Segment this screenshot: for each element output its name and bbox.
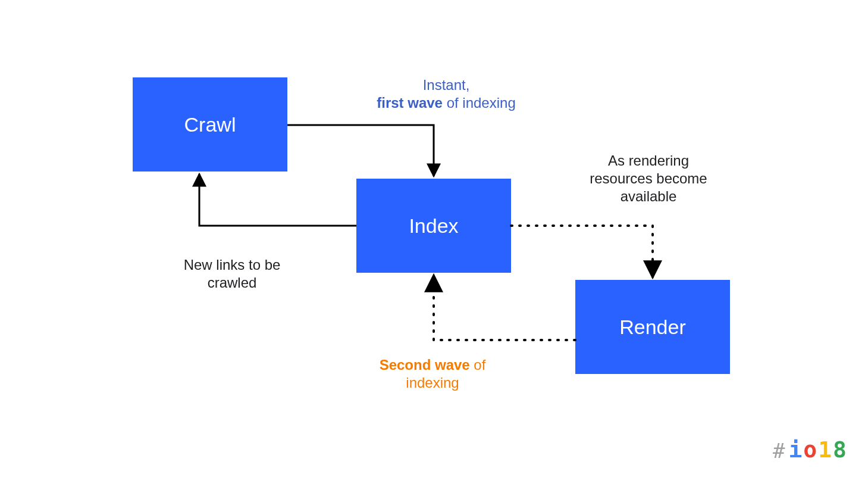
render-box-label: Render: [619, 316, 686, 339]
label-new-links-line2: crawled: [208, 275, 257, 291]
index-box: Index: [356, 179, 511, 273]
edge-render-to-index: [434, 275, 575, 340]
index-box-label: Index: [409, 214, 458, 238]
label-second-wave-post: of: [470, 357, 486, 373]
label-resources-available: As rendering resources become available: [571, 152, 726, 205]
label-second-wave: Second wave of indexing: [355, 356, 510, 392]
edge-index-to-crawl: [199, 174, 356, 226]
label-first-wave-bold: first wave: [377, 95, 443, 111]
label-first-wave-post: of indexing: [443, 95, 516, 111]
logo-char-1: 1: [818, 437, 833, 463]
label-new-links-line1: New links to be: [184, 257, 281, 273]
label-first-wave-pre: Instant,: [423, 77, 470, 93]
label-second-wave-bold: Second wave: [380, 357, 470, 373]
label-new-links: New links to be crawled: [155, 256, 309, 292]
edge-index-to-render: [511, 226, 653, 278]
logo-hash: #: [773, 439, 786, 463]
label-second-wave-line2: indexing: [406, 375, 459, 391]
logo-char-i: i: [788, 437, 803, 463]
diagram-stage: Crawl Index Render Instant, first wave o…: [0, 0, 868, 477]
logo-char-8: 8: [833, 437, 848, 463]
label-avail-line2: resources become: [590, 170, 707, 186]
crawl-box-label: Crawl: [184, 113, 236, 136]
label-first-wave: Instant, first wave of indexing: [357, 76, 535, 112]
logo-char-o: o: [803, 437, 818, 463]
render-box: Render: [575, 280, 730, 374]
io18-logo: # i o 1 8: [773, 437, 848, 463]
label-avail-line3: available: [621, 188, 677, 204]
edge-crawl-to-index: [287, 125, 434, 176]
label-avail-line1: As rendering: [608, 152, 689, 169]
crawl-box: Crawl: [133, 77, 287, 172]
